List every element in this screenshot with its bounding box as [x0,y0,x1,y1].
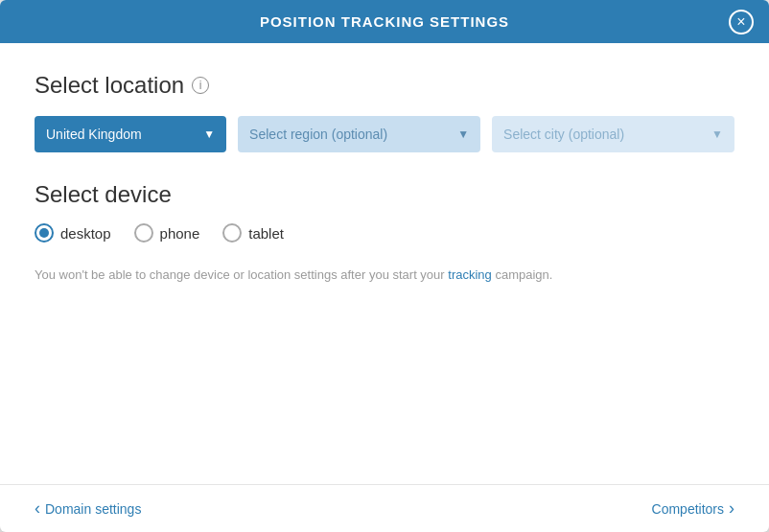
radio-tablet[interactable] [222,223,242,243]
device-option-desktop[interactable]: desktop [35,223,111,243]
next-label: Competitors [652,501,724,517]
back-label: Domain settings [45,501,141,517]
chevron-right-icon [729,498,734,519]
city-placeholder: Select city (optional) [503,127,624,142]
country-dropdown[interactable]: United Kingdom ▼ [35,116,226,152]
modal-header: POSITION TRACKING SETTINGS × [0,0,769,43]
radio-desktop-inner [39,228,49,238]
device-options: desktop phone tablet [35,223,734,243]
tablet-label: tablet [248,225,284,242]
info-icon: i [192,77,209,94]
city-dropdown[interactable]: Select city (optional) ▼ [492,116,734,152]
city-dropdown-arrow: ▼ [711,127,723,141]
country-value: United Kingdom [46,127,142,142]
tracking-link[interactable]: tracking [448,267,492,282]
next-link[interactable]: Competitors [652,498,734,519]
close-button[interactable]: × [729,10,754,35]
desktop-label: desktop [60,225,111,242]
radio-desktop[interactable] [35,223,54,243]
modal-footer: Domain settings Competitors [0,484,769,532]
phone-label: phone [160,225,200,242]
radio-phone[interactable] [134,223,153,243]
warning-text: You won't be able to change device or lo… [35,266,734,285]
warning-text-before: You won't be able to change device or lo… [35,267,448,282]
location-section-title: Select location i [35,72,734,99]
region-dropdown-arrow: ▼ [457,127,469,141]
warning-text-after: campaign. [492,267,553,282]
region-placeholder: Select region (optional) [249,127,387,142]
device-option-phone[interactable]: phone [134,223,200,243]
back-link[interactable]: Domain settings [35,498,141,519]
modal-container: POSITION TRACKING SETTINGS × Select loca… [0,0,769,532]
location-dropdowns: United Kingdom ▼ Select region (optional… [35,116,734,152]
device-section-title: Select device [35,181,734,208]
modal-title: POSITION TRACKING SETTINGS [260,13,509,30]
location-title-text: Select location [35,72,184,99]
device-option-tablet[interactable]: tablet [222,223,284,243]
modal-body: Select location i United Kingdom ▼ Selec… [0,43,769,484]
chevron-left-icon [35,498,40,519]
region-dropdown[interactable]: Select region (optional) ▼ [238,116,480,152]
country-dropdown-arrow: ▼ [203,127,215,141]
